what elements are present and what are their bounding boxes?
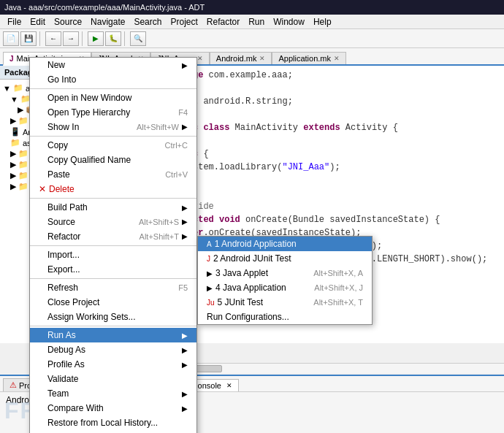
tab-androidmk[interactable]: Android.mk ✕ — [210, 52, 272, 64]
submenu-android-app[interactable]: A 1 Android Application — [198, 237, 372, 251]
applet-icon: ▶ — [207, 269, 213, 277]
ctx-copy[interactable]: CopyCtrl+C — [30, 138, 196, 153]
tree-expand-res: ▶ — [10, 182, 16, 191]
menu-window[interactable]: Window — [269, 17, 309, 27]
ctx-goto[interactable]: Go Into — [30, 72, 196, 87]
ctx-build-path[interactable]: Build Path▶ — [30, 200, 196, 215]
tree-expand-gen: ▶ — [10, 116, 16, 126]
menu-refactor[interactable]: Refactor — [202, 17, 244, 27]
ctx-source[interactable]: SourceAlt+Shift+S▶ — [30, 215, 196, 229]
context-menu: New▶ Go Into Open in New Window Open Typ… — [29, 57, 197, 433]
submenu-run-config[interactable]: Run Configurations... — [198, 310, 372, 324]
toolbar: 📄 💾 ← → ▶ 🐛 🔍 — [0, 29, 504, 48]
toolbar-sep1 — [39, 31, 42, 46]
ctx-sep2 — [30, 136, 196, 137]
ctx-sep1 — [30, 88, 196, 89]
tree-icon-assets: 📁 — [10, 138, 20, 147]
ctx-profile-as[interactable]: Profile As▶ — [30, 357, 196, 372]
menu-source[interactable]: Source — [50, 17, 86, 27]
ctx-refactor[interactable]: RefactorAlt+Shift+T▶ — [30, 229, 196, 244]
ctx-team[interactable]: Team▶ — [30, 386, 196, 401]
submenu-java-applet[interactable]: ▶ 3 Java Applet Alt+Shift+X, A — [198, 266, 372, 280]
toolbar-debug[interactable]: 🐛 — [105, 31, 121, 46]
tree-expand-pkg: ▶ — [18, 105, 23, 115]
ctx-refresh[interactable]: RefreshF5 — [30, 280, 196, 295]
tree-icon-aaa: 📁 — [13, 83, 23, 93]
menu-run[interactable]: Run — [244, 17, 269, 27]
tree-expand-jni: ▶ — [10, 160, 16, 169]
console-close[interactable]: ✕ — [226, 382, 232, 389]
ctx-export[interactable]: Export... — [30, 262, 196, 277]
ctx-import[interactable]: Import... — [30, 248, 196, 262]
ctx-open-window[interactable]: Open in New Window — [30, 91, 196, 105]
menu-navigate[interactable]: Navigate — [86, 17, 129, 27]
ctx-android-tools[interactable]: Android Tools▶ — [30, 430, 196, 433]
ctx-delete[interactable]: ✕Delete — [30, 182, 196, 196]
menu-file[interactable]: File — [3, 17, 26, 27]
java-app-icon: ▶ — [207, 284, 213, 292]
tab-close4[interactable]: ✕ — [259, 55, 265, 62]
submenu-junit-test[interactable]: Ju 5 JUnit Test Alt+Shift+X, T — [198, 295, 372, 310]
title-text: Java - aaa/src/com/example/aaa/MainActiv… — [4, 3, 205, 12]
tree-icon-jni: 📁 — [18, 160, 28, 169]
menu-edit[interactable]: Edit — [26, 17, 50, 27]
menu-bar: File Edit Source Navigate Search Project… — [0, 15, 504, 29]
ctx-open-type-hierarchy[interactable]: Open Type HierarchyF4 — [30, 105, 196, 120]
menu-search[interactable]: Search — [129, 17, 166, 27]
ctx-assign-working-sets[interactable]: Assign Working Sets... — [30, 310, 196, 324]
tab-java-icon: J — [9, 55, 14, 63]
toolbar-back[interactable]: ← — [45, 31, 61, 46]
tab-close3[interactable]: ✕ — [197, 55, 203, 62]
toolbar-search[interactable]: 🔍 — [130, 31, 146, 46]
ctx-run-as[interactable]: Run As▶ — [30, 328, 196, 342]
tree-icon-bin: 📁 — [18, 149, 28, 158]
ctx-debug-as[interactable]: Debug As▶ — [30, 342, 196, 357]
tree-icon-gen: 📁 — [18, 116, 28, 126]
submenu-java-app[interactable]: ▶ 4 Java Application Alt+Shift+X, J — [198, 280, 372, 295]
junit-icon: J — [207, 255, 210, 263]
ctx-sep4 — [30, 245, 196, 246]
ctx-paste[interactable]: PasteCtrl+V — [30, 167, 196, 182]
ctx-copy-qualified[interactable]: Copy Qualified Name — [30, 153, 196, 167]
toolbar-fwd[interactable]: → — [63, 31, 79, 46]
toolbar-sep3 — [124, 31, 127, 46]
ctx-sep5 — [30, 278, 196, 279]
horizontal-scrollbar[interactable] — [161, 363, 504, 373]
toolbar-save[interactable]: 💾 — [20, 31, 37, 46]
ctx-validate[interactable]: Validate — [30, 372, 196, 386]
ctx-show-in[interactable]: Show InAlt+Shift+W▶ — [30, 120, 196, 134]
android-app-icon: A — [207, 240, 212, 248]
tree-expand-libs: ▶ — [10, 171, 16, 180]
ctx-new[interactable]: New▶ — [30, 58, 196, 72]
toolbar-run[interactable]: ▶ — [88, 31, 104, 46]
menu-help[interactable]: Help — [309, 17, 336, 27]
junit-test-icon: Ju — [207, 299, 215, 307]
submenu-android-junit[interactable]: J 2 Android JUnit Test — [198, 251, 372, 266]
submenu-run-as: A 1 Android Application J 2 Android JUni… — [197, 236, 373, 325]
menu-project[interactable]: Project — [166, 17, 202, 27]
tab-applicationmk[interactable]: Application.mk ✕ — [272, 52, 346, 64]
tree-icon-res: 📁 — [18, 182, 28, 191]
tree-expand-aaa: ▼ — [3, 84, 11, 93]
ctx-sep6 — [30, 326, 196, 326]
tree-icon-libs: 📁 — [18, 171, 28, 180]
toolbar-new[interactable]: 📄 — [3, 31, 19, 46]
ctx-close-project[interactable]: Close Project — [30, 295, 196, 310]
ctx-sep3 — [30, 198, 196, 199]
tab-close5[interactable]: ✕ — [334, 55, 340, 62]
title-bar: Java - aaa/src/com/example/aaa/MainActiv… — [0, 0, 504, 15]
toolbar-sep2 — [82, 31, 85, 46]
tree-icon-android: 📱 — [10, 127, 20, 137]
problems-icon: ⚠ — [9, 380, 17, 390]
ctx-compare-with[interactable]: Compare With▶ — [30, 401, 196, 415]
tree-expand-bin: ▶ — [10, 149, 16, 158]
ctx-restore[interactable]: Restore from Local History... — [30, 415, 196, 430]
tree-expand-src: ▼ — [10, 95, 18, 104]
